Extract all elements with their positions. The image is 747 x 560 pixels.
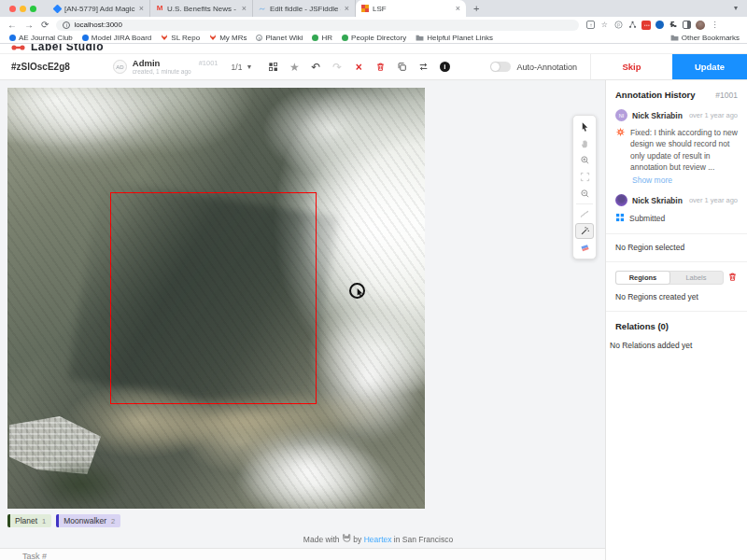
- extension-p-icon[interactable]: p: [613, 21, 623, 30]
- bookmark-my-mrs[interactable]: My MRs: [209, 34, 247, 43]
- history-user-name: Nick Skriabin: [632, 196, 683, 205]
- label-chip-moonwalker[interactable]: Moonwalker 2: [56, 514, 120, 527]
- bookmark-sl-repo[interactable]: SL Repo: [161, 34, 200, 43]
- zoom-out-tool[interactable]: [575, 186, 594, 202]
- tab-labels[interactable]: Labels: [669, 272, 723, 284]
- jira-icon: [53, 5, 61, 12]
- history-entry[interactable]: NI Nick Skriabin over 1 year ago: [615, 109, 738, 121]
- browser-action-icons: ↑ ☆ p ⋯ ⋮: [586, 21, 719, 30]
- brush-tool[interactable]: [575, 206, 594, 222]
- no-regions-text: No Regions created yet: [615, 292, 738, 301]
- relations-title: Relations (0): [615, 321, 738, 331]
- reject-icon[interactable]: ×: [353, 62, 364, 73]
- settings-transfer-icon[interactable]: [417, 62, 429, 73]
- move-tool[interactable]: [575, 119, 594, 134]
- label-color-bar: [7, 514, 10, 527]
- new-tab-button[interactable]: +: [473, 3, 479, 14]
- page-title-clipped: Label Studio: [0, 44, 747, 53]
- extension-red-icon[interactable]: ⋯: [641, 21, 651, 30]
- label-name: Moonwalker: [63, 516, 106, 525]
- grid-view-icon[interactable]: [267, 62, 278, 73]
- skip-button[interactable]: Skip: [590, 54, 672, 79]
- bookmark-label: AE Journal Club: [19, 34, 73, 42]
- zoom-in-tool[interactable]: [575, 152, 594, 168]
- undo-icon[interactable]: ↶: [310, 62, 321, 73]
- bookmark-people-directory[interactable]: People Directory: [342, 34, 406, 42]
- forward-icon[interactable]: →: [24, 20, 34, 30]
- copy-icon[interactable]: [396, 62, 407, 73]
- bounding-box-region[interactable]: [110, 192, 317, 404]
- user-avatar: AD: [113, 60, 127, 74]
- delete-icon[interactable]: [374, 62, 386, 73]
- bookmark-model-jira-board[interactable]: Model JIRA Board: [82, 34, 151, 42]
- tool-palette: [572, 115, 597, 259]
- reload-icon[interactable]: ⟳: [41, 20, 49, 30]
- history-timestamp: over 1 year ago: [689, 111, 738, 119]
- brush-cursor-circle[interactable]: [349, 283, 365, 299]
- avatar: [615, 194, 627, 206]
- zoom-window-icon[interactable]: [30, 6, 36, 12]
- window-controls[interactable]: [9, 6, 36, 12]
- browser-tab-lsf-active[interactable]: LSF ×: [356, 0, 466, 17]
- bookmark-helpful-planet-links[interactable]: Helpful Planet Links: [416, 34, 493, 43]
- label-chip-planet[interactable]: Planet 1: [7, 514, 51, 527]
- show-more-link[interactable]: Show more: [632, 175, 747, 185]
- annotation-history-title: Annotation History: [615, 90, 696, 100]
- magic-wand-tool[interactable]: [575, 223, 594, 239]
- gmail-icon: M: [156, 5, 163, 12]
- other-bookmarks[interactable]: Other Bookmarks: [670, 34, 740, 43]
- close-tab-icon[interactable]: ×: [456, 5, 460, 13]
- label-hotkey: 2: [111, 517, 115, 525]
- bookmark-label: People Directory: [351, 34, 406, 42]
- delete-regions-icon[interactable]: [727, 272, 738, 284]
- close-tab-icon[interactable]: ×: [242, 5, 247, 13]
- heartex-link[interactable]: Heartex: [364, 535, 392, 544]
- cloud-haze: [7, 88, 176, 162]
- history-user-name: Nick Skriabin: [632, 111, 683, 120]
- update-button[interactable]: Update: [672, 54, 747, 79]
- screen: [AN-5779] Add Magic Wand fu... × M U.S. …: [0, 0, 747, 560]
- bookmarks-bar: AE Journal Club Model JIRA Board SL Repo…: [0, 33, 747, 44]
- blue-dot-icon: [9, 35, 16, 41]
- fit-screen-tool[interactable]: [575, 169, 594, 185]
- satellite-image[interactable]: [7, 88, 425, 509]
- back-icon[interactable]: ←: [7, 20, 17, 30]
- side-panel-icon[interactable]: [683, 21, 691, 29]
- bookmark-ae-journal-club[interactable]: AE Journal Club: [9, 34, 73, 42]
- extension-blue-icon[interactable]: [655, 21, 664, 29]
- tab-search-chevron-icon[interactable]: ▾: [734, 4, 738, 12]
- star-icon[interactable]: ★: [289, 62, 300, 73]
- extensions-puzzle-icon[interactable]: [669, 21, 678, 30]
- browser-tab-gmail[interactable]: M U.S. Benefits News - Open En... ×: [150, 0, 253, 17]
- chevron-down-icon[interactable]: ▼: [246, 63, 252, 70]
- close-tab-icon[interactable]: ×: [345, 5, 349, 13]
- address-bar[interactable]: i localhost:3000: [56, 20, 579, 31]
- bookmark-hr[interactable]: HR: [312, 34, 332, 42]
- auto-annotation-toggle[interactable]: [490, 62, 511, 72]
- folder-icon: [416, 34, 424, 43]
- history-timestamp: over 1 year ago: [689, 196, 738, 204]
- site-info-icon[interactable]: i: [63, 21, 70, 29]
- bookmark-star-icon[interactable]: ☆: [599, 21, 609, 30]
- extension-share-tree-icon[interactable]: [627, 21, 637, 30]
- history-entry[interactable]: Nick Skriabin over 1 year ago: [615, 194, 738, 206]
- redo-icon[interactable]: ↷: [331, 62, 343, 73]
- no-region-selected-text: No Region selected: [615, 243, 738, 252]
- share-icon[interactable]: ↑: [586, 21, 595, 29]
- menu-dots-icon[interactable]: ⋮: [710, 21, 719, 30]
- task-ref: #zSlOscE2g8: [11, 62, 70, 72]
- tab-regions[interactable]: Regions: [615, 271, 670, 285]
- minimize-window-icon[interactable]: [20, 6, 26, 12]
- fixed-star-icon: [615, 127, 626, 173]
- close-window-icon[interactable]: [9, 6, 16, 12]
- close-tab-icon[interactable]: ×: [139, 5, 144, 13]
- pan-tool[interactable]: [575, 135, 594, 151]
- profile-avatar[interactable]: [696, 21, 705, 30]
- label-studio-logo-icon: [11, 44, 25, 53]
- bookmark-planet-wiki[interactable]: p Planet Wiki: [256, 34, 303, 42]
- info-icon[interactable]: i: [439, 62, 450, 73]
- no-relations-text: No Relations added yet: [610, 341, 747, 350]
- eraser-tool[interactable]: [575, 240, 594, 256]
- browser-tab-jira[interactable]: [AN-5779] Add Magic Wand fu... ×: [48, 0, 150, 17]
- browser-tab-jsfiddle[interactable]: Edit fiddle - JSFiddle - Code P... ×: [253, 0, 356, 17]
